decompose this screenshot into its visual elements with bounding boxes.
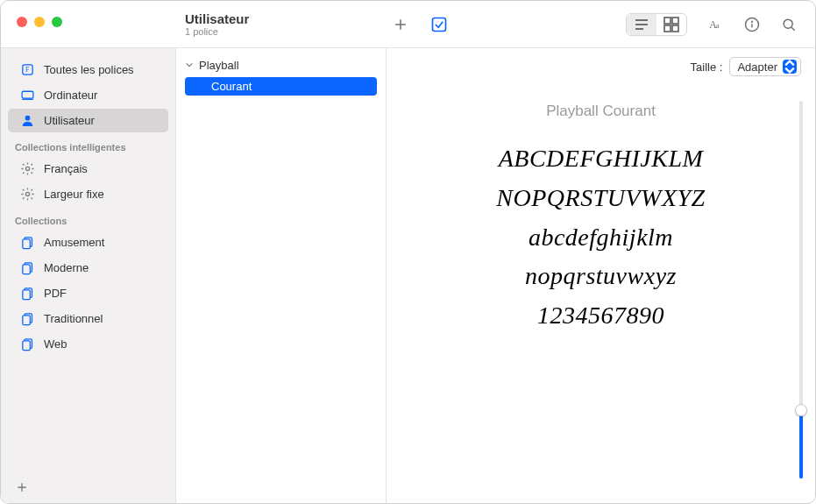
toolbar: Utilisateur 1 police Aa bbox=[1, 1, 815, 48]
sidebar: F Toutes les polices Ordinateur Utilisat… bbox=[1, 48, 176, 503]
sidebar-item-label: Français bbox=[44, 162, 88, 175]
add-collection-button[interactable] bbox=[15, 480, 29, 494]
sidebar-item-amusement[interactable]: Amusement bbox=[8, 231, 168, 254]
svg-rect-7 bbox=[672, 18, 678, 24]
size-slider[interactable] bbox=[799, 101, 803, 479]
window-controls bbox=[1, 1, 176, 47]
sidebar-item-user[interactable]: Utilisateur bbox=[8, 109, 168, 132]
sidebar-item-web[interactable]: Web bbox=[8, 332, 168, 356]
repertoire-button[interactable]: Aa bbox=[706, 16, 724, 33]
svg-rect-31 bbox=[23, 316, 30, 325]
page-subtitle: 1 police bbox=[185, 26, 378, 37]
svg-rect-29 bbox=[23, 290, 30, 300]
svg-point-21 bbox=[25, 116, 31, 121]
computer-icon bbox=[20, 88, 35, 103]
size-label: Taille : bbox=[691, 60, 723, 74]
view-grid-button[interactable] bbox=[656, 14, 686, 35]
svg-rect-6 bbox=[664, 18, 671, 24]
chevron-down-icon bbox=[185, 59, 194, 72]
sample-line: NOPQRSTUVWXYZ bbox=[496, 179, 705, 218]
close-window-button[interactable] bbox=[17, 17, 27, 27]
font-style-row[interactable]: Courant bbox=[185, 77, 377, 96]
collection-icon bbox=[20, 235, 35, 250]
sidebar-item-moderne[interactable]: Moderne bbox=[8, 256, 168, 280]
svg-rect-25 bbox=[23, 239, 30, 249]
sidebar-item-label: Amusement bbox=[44, 236, 104, 249]
collection-icon bbox=[20, 337, 35, 351]
preview-title: Playball Courant bbox=[546, 103, 656, 120]
sidebar-item-label: Web bbox=[44, 337, 67, 351]
toolbar-actions-right: Aa bbox=[626, 1, 815, 47]
view-mode-segmented bbox=[626, 13, 687, 36]
sidebar-item-pdf[interactable]: PDF bbox=[8, 281, 168, 305]
svg-point-15 bbox=[784, 19, 792, 28]
sidebar-header-smart: Collections intelligentes bbox=[1, 133, 175, 156]
main-content: F Toutes les polices Ordinateur Utilisat… bbox=[1, 48, 815, 503]
collection-icon bbox=[20, 311, 35, 326]
sidebar-item-label: Toutes les polices bbox=[44, 63, 134, 76]
sidebar-item-label: PDF bbox=[44, 287, 67, 300]
gear-icon bbox=[20, 161, 35, 176]
svg-point-14 bbox=[752, 21, 753, 22]
user-icon bbox=[20, 113, 35, 128]
slider-fill bbox=[799, 410, 803, 479]
collection-icon bbox=[20, 260, 35, 275]
svg-point-22 bbox=[25, 167, 29, 170]
sidebar-footer bbox=[1, 472, 175, 503]
zoom-window-button[interactable] bbox=[52, 17, 62, 27]
sample-line: ABCDEFGHIJKLM bbox=[499, 139, 704, 179]
add-button[interactable] bbox=[392, 16, 409, 33]
enable-toggle-button[interactable] bbox=[430, 16, 448, 33]
sidebar-item-label: Moderne bbox=[44, 261, 89, 274]
sidebar-item-traditionnel[interactable]: Traditionnel bbox=[8, 307, 168, 330]
all-fonts-icon: F bbox=[20, 62, 35, 77]
collection-icon bbox=[20, 286, 35, 301]
font-style-label: Courant bbox=[211, 80, 252, 93]
svg-rect-2 bbox=[433, 18, 446, 31]
svg-text:F: F bbox=[25, 66, 30, 74]
svg-point-23 bbox=[25, 192, 29, 195]
view-sample-button[interactable] bbox=[627, 14, 656, 35]
search-button[interactable] bbox=[780, 16, 798, 33]
svg-line-16 bbox=[791, 26, 795, 30]
svg-rect-9 bbox=[672, 25, 678, 32]
sidebar-item-label: Traditionnel bbox=[44, 312, 103, 325]
sidebar-item-all-fonts[interactable]: F Toutes les polices bbox=[8, 58, 168, 82]
chevron-up-down-icon bbox=[783, 60, 797, 74]
sidebar-item-fixed-width[interactable]: Largeur fixe bbox=[8, 182, 168, 206]
sidebar-item-computer[interactable]: Ordinateur bbox=[8, 83, 168, 107]
sidebar-header-collections: Collections bbox=[1, 207, 175, 230]
sample-line: 1234567890 bbox=[537, 296, 664, 336]
preview-panel: Taille : Adapter Playball Courant ABCDEF… bbox=[387, 48, 815, 503]
gear-icon bbox=[20, 187, 35, 202]
sidebar-item-label: Ordinateur bbox=[44, 89, 97, 102]
sidebar-item-label: Utilisateur bbox=[44, 114, 95, 127]
sidebar-item-francais[interactable]: Français bbox=[8, 157, 168, 181]
size-select[interactable]: Adapter bbox=[729, 57, 801, 76]
font-family-name: Playball bbox=[199, 59, 239, 72]
font-book-window: Utilisateur 1 police Aa bbox=[0, 0, 816, 504]
size-value: Adapter bbox=[737, 60, 777, 74]
svg-text:a: a bbox=[716, 22, 720, 30]
svg-rect-27 bbox=[23, 265, 30, 274]
info-button[interactable] bbox=[743, 16, 761, 33]
svg-rect-8 bbox=[664, 25, 671, 32]
minimize-window-button[interactable] bbox=[34, 17, 45, 27]
font-list-panel: Playball Courant bbox=[176, 48, 387, 503]
toolbar-title-group: Utilisateur 1 police bbox=[176, 1, 387, 47]
page-title: Utilisateur bbox=[185, 11, 378, 26]
toolbar-actions-left bbox=[387, 1, 626, 47]
svg-rect-33 bbox=[23, 341, 30, 351]
preview-body: Playball Courant ABCDEFGHIJKLM NOPQRSTUV… bbox=[387, 76, 815, 503]
sample-line: nopqrstuvwxyz bbox=[525, 257, 677, 296]
font-family-row[interactable]: Playball bbox=[176, 55, 386, 75]
preview-controls: Taille : Adapter bbox=[387, 48, 815, 76]
sidebar-item-label: Largeur fixe bbox=[44, 188, 104, 201]
svg-rect-19 bbox=[22, 91, 33, 98]
sample-line: abcdefghijklm bbox=[529, 218, 673, 258]
